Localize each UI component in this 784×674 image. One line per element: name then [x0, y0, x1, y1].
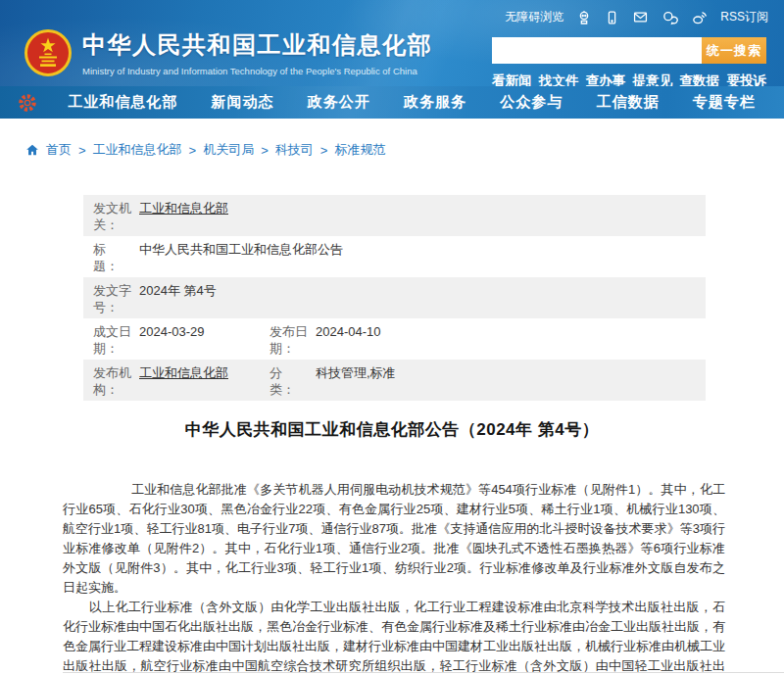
brand-text: 中华人民共和国工业和信息化部 Ministry of Industry and … [82, 29, 432, 76]
quick-link-news[interactable]: 看新闻 [492, 72, 532, 86]
search-area: 统一搜索 看新闻 找文件 查办事 提意见 查数据 要投诉 [492, 37, 766, 86]
unified-search-input[interactable] [492, 37, 702, 64]
mascot-robot-icon[interactable] [576, 10, 592, 25]
publish-date-label: 发布日 期： [270, 323, 316, 357]
utility-bar: 无障碍浏览 RSS订阅 [505, 9, 768, 25]
rss-link[interactable]: RSS订阅 [720, 9, 768, 25]
article-title: 中华人民共和国工业和信息化部公告（2024年 第4号） [0, 418, 784, 441]
issuing-org-link[interactable]: 工业和信息化部 [139, 201, 228, 216]
nav-item-participation[interactable]: 公众参与 [500, 93, 563, 112]
nav-item-news[interactable]: 新闻动态 [211, 93, 273, 112]
site-title: 中华人民共和国工业和信息化部 [82, 29, 432, 61]
accessibility-link[interactable]: 无障碍浏览 [505, 9, 564, 25]
written-date-value: 2024-03-29 [139, 323, 205, 340]
breadcrumb-standards[interactable]: 标准规范 [334, 141, 385, 159]
category-label: 分 类： [270, 364, 316, 398]
issuing-org-label: 发文机 关： [93, 200, 139, 233]
table-row: 标 题： 中华人民共和国工业和信息化部公告 [83, 236, 706, 277]
nav-item-data[interactable]: 工信数据 [597, 93, 660, 112]
main-nav: 工业和信息化部 新闻动态 政务公开 政务服务 公众参与 工信数据 专题专栏 [0, 86, 784, 119]
ref-number-value: 2024年 第4号 [139, 282, 217, 299]
table-row: 成文日 期： 2024-03-29 发布日 期： 2024-04-10 [83, 318, 706, 360]
article-body: 工业和信息化部批准《多关节机器人用伺服电动机技术规范》等454项行业标准（见附件… [63, 480, 725, 674]
home-icon[interactable] [25, 143, 39, 157]
quick-link-data[interactable]: 查数据 [680, 72, 720, 86]
breadcrumb: 首页 > 工业和信息化部 > 机关司局 > 科技司 > 标准规范 [25, 141, 385, 159]
quick-link-services[interactable]: 查办事 [586, 72, 626, 86]
breadcrumb-home[interactable]: 首页 [46, 141, 72, 159]
table-row: 发文机 关： 工业和信息化部 [83, 195, 706, 236]
wechat-icon[interactable] [662, 10, 678, 25]
breadcrumb-miit[interactable]: 工业和信息化部 [93, 141, 182, 159]
national-emblem-icon [24, 29, 72, 76]
nav-item-gov-affairs[interactable]: 政务公开 [308, 93, 370, 112]
publish-org-label: 发布机 构： [93, 364, 139, 398]
breadcrumb-science-tech[interactable]: 科技司 [275, 141, 314, 159]
category-value: 科技管理,标准 [316, 364, 396, 381]
table-row: 发布机 构： 工业和信息化部 分 类： 科技管理,标准 [83, 360, 706, 401]
unified-search-button[interactable]: 统一搜索 [702, 37, 766, 64]
publish-org-link[interactable]: 工业和信息化部 [139, 365, 228, 380]
ref-number-label: 发文字 号： [93, 282, 139, 315]
quick-link-complaint[interactable]: 要投诉 [726, 72, 766, 86]
quick-link-documents[interactable]: 找文件 [539, 72, 579, 86]
doc-title-label: 标 题： [93, 241, 139, 274]
footer-divider [63, 672, 784, 673]
mobile-icon[interactable] [605, 10, 619, 25]
nav-items: 工业和信息化部 新闻动态 政务公开 政务服务 公众参与 工信数据 专题专栏 [37, 93, 784, 112]
mail-icon[interactable] [632, 10, 649, 24]
nav-item-special-topics[interactable]: 专题专栏 [693, 93, 756, 112]
breadcrumb-separator: > [320, 143, 328, 158]
doc-title-value: 中华人民共和国工业和信息化部公告 [139, 241, 343, 258]
table-row: 发文字 号： 2024年 第4号 [83, 277, 706, 318]
breadcrumb-separator: > [78, 143, 86, 158]
breadcrumb-separator: > [189, 143, 197, 158]
written-date-label: 成文日 期： [93, 323, 139, 357]
weibo-icon[interactable] [691, 10, 708, 25]
site-subtitle-en: Ministry of Industry and Information Tec… [82, 66, 432, 76]
article-paragraph: 工业和信息化部批准《多关节机器人用伺服电动机技术规范》等454项行业标准（见附件… [63, 480, 725, 598]
quick-links: 看新闻 找文件 查办事 提意见 查数据 要投诉 [492, 72, 766, 86]
nav-item-miit[interactable]: 工业和信息化部 [68, 93, 177, 112]
article-paragraph: 以上化工行业标准（含外文版）由化学工业出版社出版，化工行业工程建设标准由北京科学… [63, 598, 725, 674]
site-header: 无障碍浏览 RSS订阅 [0, 0, 784, 86]
quick-link-feedback[interactable]: 提意见 [633, 72, 673, 86]
brand-home-link[interactable]: 中华人民共和国工业和信息化部 Ministry of Industry and … [24, 29, 432, 76]
breadcrumb-separator: > [261, 143, 269, 158]
publish-date-value: 2024-04-10 [316, 323, 381, 340]
breadcrumb-departments[interactable]: 机关司局 [203, 141, 254, 159]
nav-item-gov-services[interactable]: 政务服务 [404, 93, 466, 112]
document-info-table: 发文机 关： 工业和信息化部 标 题： 中华人民共和国工业和信息化部公告 发文字… [83, 195, 706, 401]
miit-gear-icon[interactable] [18, 93, 37, 113]
